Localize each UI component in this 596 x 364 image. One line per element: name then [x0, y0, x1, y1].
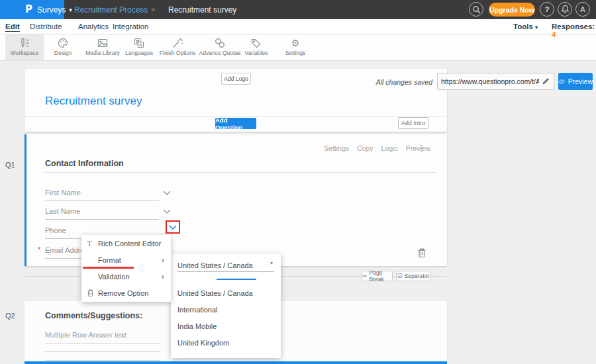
- chevron-down-icon: ▾: [535, 24, 538, 30]
- toolbar-item-advance-quotas[interactable]: Advance Quotas: [199, 34, 241, 60]
- question-title-q2[interactable]: Comments/Suggestions:: [45, 311, 142, 320]
- field-options-context-menu: T Rich Content Editor Format › Validatio…: [81, 235, 171, 302]
- text-icon: T: [87, 238, 98, 249]
- menu-item-remove-option[interactable]: Remove Option: [81, 285, 171, 301]
- toolbar-item-media-library[interactable]: Media Library: [81, 34, 124, 60]
- editor-tabbar: Edit Distribute Analytics Integration To…: [0, 19, 596, 34]
- search-button[interactable]: [469, 2, 483, 17]
- upgrade-now-button[interactable]: Upgrade Now: [489, 3, 535, 17]
- multirow-answer-placeholder[interactable]: Multiple Row Answer text: [45, 331, 126, 339]
- breadcrumb-separator: >: [151, 5, 155, 13]
- page-break-label: Page Break: [370, 269, 392, 283]
- answer-underline: [45, 343, 160, 343]
- toolbar-label: Media Library: [81, 50, 124, 56]
- responses-link[interactable]: Responses: 4: [552, 23, 596, 38]
- field-options-chevron-icon[interactable]: [163, 209, 171, 214]
- question-actions: Settings Copy Logic Preview: [305, 144, 430, 152]
- media-library-icon: [97, 37, 109, 49]
- field-options-chevron-icon[interactable]: [163, 191, 171, 195]
- tab-distribute[interactable]: Distribute: [30, 23, 62, 30]
- scissors-icon: ✂: [362, 273, 368, 279]
- questionpro-survey-editor: P Surveys ▾ Recruitment Process > Recrui…: [0, 0, 596, 364]
- menu-item-label: Remove Option: [98, 289, 148, 297]
- save-status: All changes saved: [363, 78, 432, 86]
- more-options-icon[interactable]: ⋮: [417, 143, 426, 153]
- submenu-arrow-icon: ›: [162, 272, 164, 281]
- design-icon: [57, 37, 69, 49]
- question-settings-link[interactable]: Settings: [324, 144, 349, 152]
- page-break-button[interactable]: ✂ Page Break: [362, 271, 393, 281]
- finish-options-icon: [172, 37, 183, 49]
- settings-icon: ⚙: [279, 37, 312, 49]
- add-intro-button[interactable]: Add Intro: [398, 117, 428, 129]
- answer-underline: [45, 351, 160, 352]
- toolbar-label: Design: [48, 50, 78, 56]
- format-highlight-underline: [83, 267, 134, 269]
- help-button[interactable]: ?: [540, 2, 554, 17]
- menu-item-validation[interactable]: Validation ›: [81, 268, 171, 285]
- product-name: Surveys: [37, 5, 66, 15]
- field-options-chevron-icon: [169, 225, 177, 230]
- breadcrumb-folder[interactable]: Recruitment Process: [74, 5, 148, 15]
- toolbar-item-workspace[interactable]: Workspace: [5, 34, 44, 60]
- workspace-icon: [19, 37, 30, 49]
- delete-question-button[interactable]: [417, 248, 426, 258]
- toolbar-label: Finish Options: [157, 50, 198, 56]
- menu-item-label: Rich Content Editor: [98, 240, 161, 248]
- question-logic-link[interactable]: Logic: [381, 144, 398, 152]
- notifications-button[interactable]: [558, 2, 572, 17]
- field-label-first-name[interactable]: First Name: [45, 189, 81, 197]
- edit-url-button[interactable]: [542, 77, 550, 85]
- toolbar-label: Languages: [123, 50, 156, 56]
- format-option-india-mobile[interactable]: India Mobile: [177, 322, 217, 330]
- add-question-button[interactable]: Add Question: [215, 118, 256, 129]
- preview-button[interactable]: Preview: [558, 73, 593, 90]
- format-option-us-canada[interactable]: United States / Canada: [177, 289, 253, 297]
- eye-icon: [558, 79, 566, 85]
- toolbar-item-design[interactable]: Design: [48, 34, 78, 60]
- highlight-red-box[interactable]: [166, 220, 180, 234]
- next-question-top-bar: [25, 361, 447, 364]
- toolbar-item-languages[interactable]: A Languages: [123, 34, 156, 60]
- tab-integration[interactable]: Integration: [113, 23, 148, 30]
- toolbar-item-variables[interactable]: Variables: [240, 34, 273, 60]
- chevron-down-icon: ▾: [270, 260, 273, 266]
- tab-analytics[interactable]: Analytics: [78, 23, 109, 30]
- survey-title[interactable]: Recruitment survey: [45, 95, 142, 108]
- toolbar-item-finish-options[interactable]: Finish Options: [157, 34, 198, 60]
- question-copy-link[interactable]: Copy: [357, 144, 373, 152]
- avatar-initial: A: [580, 5, 585, 13]
- add-logo-button[interactable]: Add Logo: [221, 73, 251, 85]
- checkbox-icon: ☑: [397, 273, 403, 279]
- submenu-arrow-icon: ›: [162, 255, 164, 264]
- breadcrumb-survey: Recruitment survey: [168, 5, 236, 15]
- field-label-phone[interactable]: Phone: [45, 226, 66, 234]
- questionpro-logo-icon: P: [25, 5, 32, 15]
- select-underline: [177, 271, 274, 272]
- format-option-international[interactable]: International: [177, 306, 218, 314]
- menu-item-label: Format: [98, 256, 121, 264]
- format-select[interactable]: United States / Canada ▾: [177, 259, 274, 271]
- question-title-q1[interactable]: Contact Information: [45, 159, 124, 168]
- format-option-united-kingdom[interactable]: United Kingdom: [177, 339, 229, 347]
- avatar[interactable]: A: [575, 2, 590, 17]
- preview-label: Preview: [568, 77, 593, 85]
- menu-item-rich-content-editor[interactable]: T Rich Content Editor: [81, 235, 171, 251]
- field-underline: [45, 201, 159, 201]
- pencil-icon: [542, 77, 550, 85]
- tab-edit[interactable]: Edit: [5, 23, 20, 32]
- separator-label: Separator: [405, 273, 429, 279]
- survey-url-value: https://www.questionpro.com/t/APNrFZ: [441, 77, 539, 85]
- trash-icon: [87, 289, 98, 297]
- toolbar-item-settings[interactable]: ⚙ Settings: [279, 34, 312, 60]
- answer-underline: [45, 360, 160, 361]
- tools-menu[interactable]: Tools ▾: [513, 23, 538, 30]
- separator-button[interactable]: ☑ Separator: [396, 271, 430, 281]
- survey-url-field[interactable]: https://www.questionpro.com/t/APNrFZ: [437, 73, 554, 90]
- advance-quotas-icon: [214, 37, 226, 49]
- menu-item-label: Validation: [98, 273, 130, 281]
- menu-item-format[interactable]: Format ›: [81, 251, 171, 268]
- add-intro-label: Add Intro: [401, 120, 426, 126]
- field-label-last-name[interactable]: Last Name: [45, 207, 80, 215]
- surveys-menu[interactable]: P Surveys ▾: [0, 0, 64, 19]
